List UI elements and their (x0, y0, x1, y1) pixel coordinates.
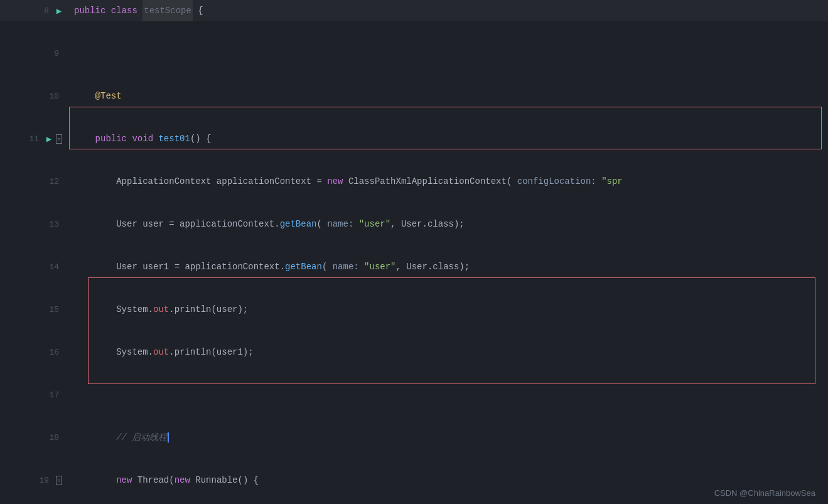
code-line: 11▶▿ public void test01() { (0, 128, 828, 149)
code-token: new (116, 469, 132, 491)
code-line: 18 // 启动线程 (0, 427, 828, 448)
line-content: public void test01() { (69, 128, 828, 149)
line-content: System.out.println(user); (69, 299, 828, 320)
code-token: class (111, 0, 142, 21)
code-token: System. (74, 341, 153, 363)
code-token: "spr (596, 171, 623, 192)
line-number: 17 (46, 390, 64, 400)
line-number: 12 (46, 177, 64, 186)
code-token (153, 128, 158, 149)
line-number: 14 (46, 262, 64, 272)
line-gutter: 11▶▿ (0, 134, 69, 144)
code-token: configLocation: (512, 171, 596, 192)
code-token: // 启动线程 (116, 427, 167, 448)
code-token: @Test (74, 85, 122, 107)
code-token: "user" (359, 256, 396, 277)
line-gutter: 9 (0, 49, 69, 58)
code-token: .println(user); (169, 299, 248, 320)
code-line: 12 ApplicationContext applicationContext… (0, 171, 828, 192)
code-token: testScope (142, 0, 193, 21)
line-gutter: 12 (0, 177, 69, 186)
text-cursor (168, 432, 169, 442)
line-content: public class testScope { (69, 0, 828, 21)
code-token: ApplicationContext applicationContext = (74, 171, 327, 192)
code-token (74, 469, 116, 491)
code-token: name: (327, 256, 358, 277)
code-token: getBean (280, 213, 317, 235)
code-line: 17 (0, 384, 828, 405)
code-token: , User.class); (396, 256, 470, 277)
line-gutter: 16 (0, 348, 69, 357)
green-arrow-icon[interactable]: ▶ (44, 134, 54, 144)
code-line: 8▶public class testScope { (0, 0, 828, 21)
code-token: , User.class); (390, 213, 465, 235)
code-token (127, 128, 132, 149)
line-content: System.out.println(user1); (69, 341, 828, 363)
line-number: 9 (46, 49, 64, 58)
line-content: User user = applicationContext.getBean( … (69, 213, 828, 235)
code-token: new (175, 469, 190, 491)
line-gutter: 17 (0, 390, 69, 400)
code-token: ( (316, 213, 321, 235)
code-line: 10 @Test (0, 85, 828, 107)
code-token: ( (322, 256, 327, 277)
code-token: Runnable() { (190, 469, 259, 491)
code-token: name: (322, 213, 353, 235)
code-token: getBean (285, 256, 322, 277)
code-token: "user" (353, 213, 390, 235)
line-gutter: 15 (0, 305, 69, 314)
line-gutter: 18 (0, 433, 69, 442)
line-number: 18 (46, 433, 64, 442)
code-token: test01 (158, 128, 190, 149)
line-gutter: 19▿ (0, 475, 69, 485)
code-token: { (193, 0, 203, 21)
line-number: 11 (26, 134, 44, 144)
code-lines: 8▶public class testScope {910 @Test11▶▿ … (0, 0, 828, 491)
line-content: // 启动线程 (69, 427, 828, 448)
line-content: User user1 = applicationContext.getBean(… (69, 256, 828, 277)
line-number: 16 (46, 348, 64, 357)
line-number: 10 (46, 92, 64, 101)
code-token: Thread( (132, 469, 174, 491)
line-gutter: 8▶ (0, 6, 69, 16)
line-content: ApplicationContext applicationContext = … (69, 171, 828, 192)
code-token: () { (190, 128, 212, 149)
code-token: void (132, 128, 153, 149)
code-token: .println(user1); (169, 341, 253, 363)
code-line: 13 User user = applicationContext.getBea… (0, 213, 828, 235)
fold-icon[interactable]: ▿ (54, 475, 64, 485)
code-line: 15 System.out.println(user); (0, 299, 828, 320)
line-content: @Test (69, 85, 828, 107)
code-line: 19▿ new Thread(new Runnable() { (0, 469, 828, 491)
code-token (74, 128, 95, 149)
line-number: 13 (46, 220, 64, 229)
code-editor: 8▶public class testScope {910 @Test11▶▿ … (0, 0, 828, 504)
code-token: new (327, 171, 343, 192)
code-line: 14 User user1 = applicationContext.getBe… (0, 256, 828, 277)
code-token: User user = applicationContext. (74, 213, 280, 235)
line-number: 15 (46, 305, 64, 314)
code-token (74, 427, 116, 448)
watermark: CSDN @ChinaRainbowSea (714, 488, 815, 498)
code-line: 16 System.out.println(user1); (0, 341, 828, 363)
line-number: 8 (36, 6, 54, 16)
code-token: public (95, 128, 127, 149)
code-token: System. (74, 299, 153, 320)
code-token: out (153, 299, 169, 320)
code-token: ClassPathXmlApplicationContext( (343, 171, 512, 192)
line-gutter: 13 (0, 220, 69, 229)
line-gutter: 10 (0, 92, 69, 101)
line-number: 19 (36, 476, 54, 485)
code-token: public (74, 0, 111, 21)
code-token: out (153, 341, 169, 363)
code-line: 9 (0, 43, 828, 64)
fold-icon[interactable]: ▿ (54, 134, 64, 144)
line-gutter: 14 (0, 262, 69, 272)
line-content: new Thread(new Runnable() { (69, 469, 828, 491)
green-arrow-icon[interactable]: ▶ (54, 6, 64, 16)
code-token: User user1 = applicationContext. (74, 256, 285, 277)
